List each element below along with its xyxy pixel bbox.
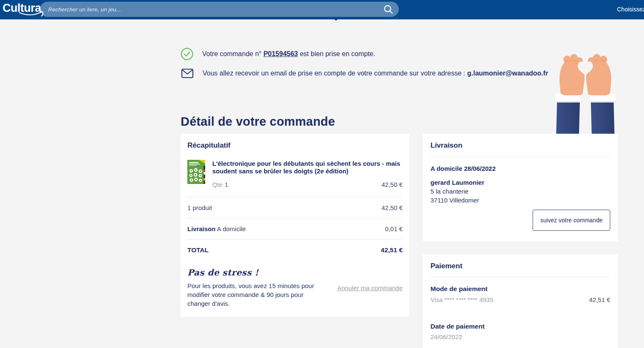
order-number-link[interactable]: P01594563 [263, 50, 298, 57]
email-text-prefix: Vous allez recevoir un email de prise en… [203, 70, 467, 77]
shipping-row: Livraison A domicile 0,01 € [181, 219, 409, 239]
qty-value: 1 [225, 181, 228, 188]
search-icon[interactable] [383, 4, 394, 15]
note-text-block: Pas de stress ! Pour les produits, vous … [187, 267, 327, 308]
summary-card: Récapitulatif [181, 134, 409, 317]
book-cover-thumbnail[interactable] [187, 160, 205, 184]
product-title-link[interactable]: L'électronique pour les débutants qui sè… [212, 160, 403, 175]
total-value: 42,51 € [381, 246, 403, 254]
envelope-icon [181, 68, 194, 79]
delivery-address: gerard Laumonier 5 la chanterie 37110 Vi… [430, 178, 610, 205]
subtotal-value: 42,50 € [382, 204, 403, 211]
search-input[interactable] [40, 2, 399, 17]
payment-mode-label: Mode de paiement [430, 285, 610, 293]
subtotal-row: 1 produit 42,50 € [181, 197, 409, 218]
recipient-name: gerard Laumonier [430, 178, 610, 187]
address-line-2: 37110 Villedomer [430, 196, 610, 205]
product-row: L'électronique pour les débutants qui sè… [187, 160, 403, 188]
order-detail-heading: Détail de votre commande [181, 115, 335, 129]
payment-date-value: 24/06/2022 [430, 333, 610, 340]
payment-date-label: Date de paiement [430, 323, 610, 330]
payment-mode-row: Visa **** **** **** 4935 42,51 € [430, 296, 610, 303]
product-info: L'électronique pour les débutants qui sè… [212, 160, 403, 188]
store-selector[interactable]: Choisissez [617, 6, 644, 13]
email-notice-row: Vous allez recevoir un email de prise en… [181, 68, 548, 79]
total-row: TOTAL 42,51 € [181, 240, 409, 261]
payment-amount: 42,51 € [589, 296, 610, 303]
order-confirmed-text: Votre commande n° P01594563 est bien pri… [202, 50, 375, 58]
check-circle-icon [181, 48, 193, 60]
order-confirmed-row: Votre commande n° P01594563 est bien pri… [181, 48, 375, 60]
payment-card: Paiement Mode de paiement Visa **** ****… [423, 254, 618, 348]
delivery-method: A domicile 28/06/2022 [430, 165, 610, 172]
product-price: 42,50 € [382, 181, 403, 188]
delivery-card-title: Livraison [423, 134, 618, 150]
track-order-button[interactable]: suivez votre commande [533, 210, 610, 231]
shipping-label-method: A domicile [217, 225, 246, 232]
product-qty: Qte1 [212, 181, 228, 188]
shipping-label: Livraison A domicile [187, 225, 246, 232]
email-notice-text: Vous allez recevoir un email de prise en… [203, 70, 548, 77]
summary-card-title: Récapitulatif [181, 134, 409, 150]
divider [430, 156, 610, 156]
payment-card-masked: Visa **** **** **** 4935 [430, 296, 493, 303]
divider [430, 277, 610, 277]
cancellation-note: Pas de stress ! Pour les produits, vous … [181, 261, 409, 308]
delivery-card: Livraison A domicile 28/06/2022 gerard L… [423, 134, 618, 241]
cultura-logo[interactable]: Cultura [3, 2, 41, 14]
product-meta-row: Qte1 42,50 € [212, 181, 403, 188]
cancel-order-link[interactable]: Annuler ma commande [337, 284, 403, 291]
order-text-prefix: Votre commande n° [202, 50, 263, 57]
heart-hands-illustration [552, 49, 619, 134]
order-confirmation-page: Merci pour votre achat ! Cultura Choisis… [0, 0, 644, 348]
order-text-suffix: est bien prise en compte. [298, 50, 375, 57]
search-bar [40, 2, 399, 17]
subtotal-label: 1 produit [187, 204, 212, 211]
note-body: Pour les produits, vous avez 15 minutes … [187, 281, 327, 308]
shipping-value: 0,01 € [385, 225, 403, 232]
note-title: Pas de stress ! [187, 267, 327, 278]
payment-card-title: Paiement [423, 254, 618, 270]
qty-label: Qte [212, 181, 222, 188]
top-header: Cultura Choisissez [0, 0, 644, 19]
total-label: TOTAL [187, 246, 208, 254]
shipping-label-bold: Livraison [187, 225, 216, 232]
email-address: g.laumonier@wanadoo.fr [467, 70, 548, 77]
address-line-1: 5 la chanterie [430, 187, 610, 196]
